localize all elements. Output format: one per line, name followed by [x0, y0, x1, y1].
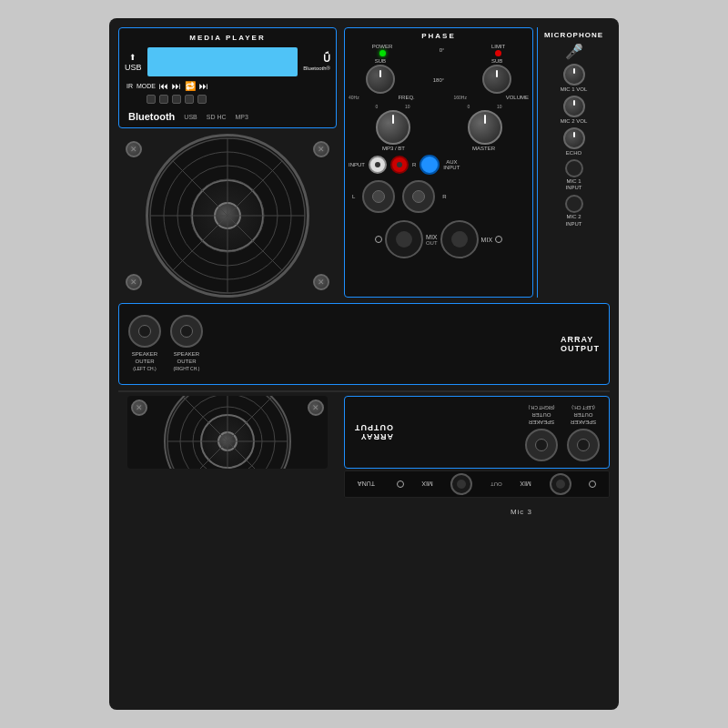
phase-title: PHASE	[349, 32, 529, 40]
aux-jack[interactable]	[420, 155, 440, 175]
limit-led	[495, 50, 501, 56]
volume-label: VOLUME	[506, 95, 529, 100]
sub-right-knob[interactable]	[482, 65, 511, 94]
limit-label: LIMIT	[491, 44, 505, 49]
array-output-label: ARRAYOUTPUT	[561, 335, 600, 353]
screw-top-left: ✕	[126, 141, 142, 157]
mic2-input-label: MIC 2INPUT	[566, 214, 582, 227]
ir-label: IR	[126, 83, 133, 89]
mp-button-2[interactable]	[159, 95, 168, 104]
repeat-button[interactable]: 🔁	[185, 81, 196, 91]
mic3-label: Mic 3	[511, 508, 532, 516]
mix-xlr-right[interactable]	[440, 220, 479, 258]
rca-red-jack[interactable]	[390, 156, 409, 174]
array-output-section: SPEAKEROUTER(LEFT CH.) SPEAKEROUTER(RIGH…	[118, 303, 610, 385]
xlr-left-jack[interactable]	[362, 180, 395, 213]
device-panel: MEDIA PLAYER ⬆ USB Ǘ Bluetooth® IR	[109, 18, 619, 710]
screw-bottom-right: ✕	[313, 274, 329, 290]
speaker-outer-left-label: SPEAKEROUTER(LEFT CH.)	[132, 351, 157, 372]
tuna-yara-label: ARRAYOUTPUT	[354, 423, 393, 441]
power-label: POWER	[372, 44, 393, 49]
fan-grill-svg-bottom	[166, 396, 289, 469]
mic2-vol-knob[interactable]	[563, 96, 585, 117]
out-label: OUT	[426, 240, 438, 246]
usb-label: ⬆ USB	[125, 53, 142, 72]
screw-bottom-fan-tl: ✕	[131, 399, 147, 416]
speaker-outer-right-label-reflected: SPEAKEROUTER(RIGHT CH.)	[529, 403, 555, 424]
microphone-panel: MICROPHONE 🎤 MIC 1 VOL MIC 2 VOL	[537, 27, 610, 298]
lcd-screen	[147, 47, 298, 76]
sub-label-left: SUB	[375, 58, 386, 64]
mix-xlr-left[interactable]	[385, 220, 423, 258]
freq-label: FREQ.	[398, 95, 414, 100]
mode-label: MODE	[136, 83, 156, 89]
aux-input-label2: INPUT	[443, 165, 460, 170]
mix-circle-left	[375, 236, 382, 243]
freq-knob[interactable]	[376, 110, 410, 145]
out-label-bottom: OUT	[490, 481, 502, 487]
mic1-input-label: MIC 1INPUT	[566, 178, 582, 191]
mix-xlr-right-bottom[interactable]	[450, 473, 472, 495]
speaker-outer-left-jack-reflected[interactable]	[567, 429, 600, 461]
speaker-outer-left-jack[interactable]	[128, 315, 161, 348]
bt-label: Ǘ Bluetooth®	[303, 53, 330, 71]
r-label2: R	[442, 194, 446, 199]
mp-button-1[interactable]	[147, 95, 156, 104]
mix-label-left: MIX	[426, 234, 437, 240]
screw-bottom-left: ✕	[126, 274, 142, 290]
mp-button-5[interactable]	[197, 95, 207, 104]
sub-left-knob[interactable]	[366, 65, 395, 94]
hz40-label: 40Hz	[349, 95, 359, 100]
media-player: MEDIA PLAYER ⬆ USB Ǘ Bluetooth® IR	[118, 27, 337, 128]
mix-label-right: MIX	[481, 237, 492, 243]
mp3bt-label: MP3 / BT	[382, 146, 405, 151]
screw-bottom-fan-tr: ✕	[308, 399, 324, 416]
mic1-input-jack[interactable]	[565, 159, 583, 177]
bluetooth-text: Bluetooth	[128, 111, 175, 122]
next-button[interactable]: ⏭	[199, 81, 208, 91]
mic1-vol-label: MIC 1 VOL	[561, 86, 588, 92]
speaker-outer-right-label: SPEAKEROUTER(RIGHT CH.)	[174, 351, 200, 372]
input-label: INPUT	[349, 162, 365, 167]
speaker-outer-left-label-reflected: SPEAKEROUTER(LEFT CH.)	[571, 403, 596, 424]
sd-badge: SD HC	[207, 114, 227, 120]
mix-label-bottom-right: MIX	[421, 481, 432, 488]
master-label: MASTER	[472, 146, 495, 151]
l-label: L	[352, 194, 355, 199]
mix-circle-right-bottom	[397, 480, 404, 488]
tuna-label-right: TUNA	[358, 481, 375, 488]
echo-label: ECHO	[566, 150, 581, 156]
rca-white-jack[interactable]	[369, 156, 387, 174]
mix-circle-right	[495, 236, 502, 243]
r-label: R	[412, 162, 416, 167]
mp-button-4[interactable]	[185, 95, 194, 104]
mix-xlr-left-bottom[interactable]	[550, 473, 571, 495]
power-led	[379, 50, 386, 56]
zero-deg-label: 0°	[440, 47, 445, 53]
fan-outer	[146, 134, 309, 298]
sub-label-right: SUB	[491, 58, 502, 64]
speaker-outer-right-jack[interactable]	[170, 315, 203, 348]
mix-label-bottom-left: MIX	[520, 481, 531, 488]
echo-knob[interactable]	[563, 127, 585, 149]
hz160-label: 160Hz	[453, 95, 466, 100]
mic2-vol-label: MIC 2 VOL	[561, 118, 588, 124]
media-player-title: MEDIA PLAYER	[125, 34, 330, 42]
mic2-input-jack[interactable]	[565, 195, 583, 213]
mic-panel-title: MICROPHONE	[544, 31, 603, 39]
speaker-outer-right-jack-reflected[interactable]	[525, 429, 558, 461]
prev-track-button[interactable]: ⏭	[172, 81, 181, 91]
usb-badge: USB	[184, 114, 197, 120]
fan-container: ✕ ✕ ✕ ✕	[118, 134, 337, 298]
mp3-badge: MP3	[236, 114, 248, 120]
prev-button[interactable]: ⏮	[159, 81, 168, 91]
volume-knob[interactable]	[468, 110, 502, 145]
microphone-icon: 🎤	[565, 43, 583, 60]
mic1-vol-knob[interactable]	[563, 64, 585, 86]
xlr-right-jack[interactable]	[402, 180, 435, 213]
fan-grill-svg	[148, 136, 307, 295]
screw-top-right: ✕	[313, 141, 329, 157]
mp-button-3[interactable]	[172, 95, 181, 104]
mix-circle-left-bottom	[589, 480, 596, 488]
